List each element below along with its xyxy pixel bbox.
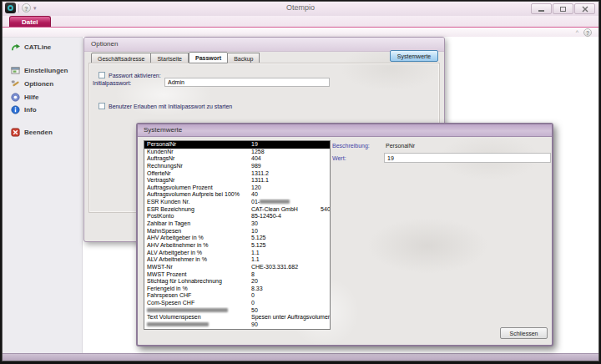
table-row[interactable]: Zahlbar in Tagen30 xyxy=(144,220,330,228)
passwort-aktivieren-label: Passwort aktivieren: xyxy=(109,73,161,78)
catline-arrows-icon xyxy=(11,43,20,52)
table-row[interactable]: ALV Arbeitgeber in %1.1 xyxy=(144,250,330,257)
table-row[interactable]: 50 xyxy=(144,307,330,315)
initialpasswort-input[interactable] xyxy=(164,78,330,87)
main-window: ? ▾ Otempio Datei ^ ? xyxy=(2,1,599,361)
ribbon-tab-strip: Datei xyxy=(3,16,598,27)
table-row[interactable]: Feriengeld in %8.33 xyxy=(144,286,330,293)
minimize-icon xyxy=(538,10,544,12)
ribbon-help-icon[interactable]: ? xyxy=(583,28,592,37)
info-circle-icon xyxy=(11,105,20,114)
table-row[interactable]: Auftragsvolumen Prozent120 xyxy=(144,185,330,192)
passwort-aktivieren-checkbox[interactable] xyxy=(98,72,105,78)
help-lifebuoy-icon xyxy=(11,93,20,102)
maximize-icon xyxy=(560,7,566,12)
tools-icon xyxy=(11,79,20,88)
systemwerte-table: PersonalNr19KundenNr1258AuftragsNr404Rec… xyxy=(144,140,331,330)
table-row[interactable]: Auftragsvolumen Aufpreis bei 100%40 xyxy=(144,191,330,199)
table-row[interactable]: KundenNr1258 xyxy=(144,149,330,156)
sidebar-item-label: Optionen xyxy=(24,80,53,88)
optionen-tabs: Geschäftsadresse Startseite Passwort Bac… xyxy=(91,52,260,63)
sidebar-item-label: CATLine xyxy=(24,43,51,51)
table-row[interactable]: Com-Spesen CHF0 xyxy=(144,300,330,307)
systemwerte-button[interactable]: Systemwerte xyxy=(390,50,438,62)
close-button[interactable] xyxy=(574,3,595,14)
sidebar-item-label: Einstellungen xyxy=(24,67,68,74)
redacted-label xyxy=(147,308,228,312)
wert-label: Wert: xyxy=(332,155,346,161)
table-row[interactable]: ALV Arbeitnehmer in %1.1 xyxy=(144,256,330,264)
tab-passwort[interactable]: Passwort xyxy=(189,52,228,63)
settings-window-icon xyxy=(11,66,20,75)
table-row[interactable]: Stichtag für Lohnabrechnung20 xyxy=(144,278,330,286)
table-row[interactable]: Text VolumenspesenSpesen unter Auftragsv… xyxy=(144,314,330,321)
redacted-label xyxy=(147,322,209,326)
minimize-button[interactable] xyxy=(531,3,552,14)
table-row[interactable]: VertragsNr1311.1 xyxy=(144,177,330,185)
sidebar-item-info[interactable]: Info xyxy=(11,105,37,114)
table-row[interactable]: ESR Kunden Nr.01- xyxy=(144,199,330,206)
systemwerte-dialog: Systemwerte PersonalNr19KundenNr1258Auft… xyxy=(136,123,553,346)
table-row[interactable]: MahnSpesen10 xyxy=(144,228,330,235)
table-row[interactable]: MWST-NrCHE-303.331.682 xyxy=(144,264,330,271)
table-row[interactable]: AHV Arbeitnehmer in %5.125 xyxy=(144,242,330,250)
sidebar-item-label: Info xyxy=(24,106,37,114)
table-row[interactable]: PostKonto85-12450-4 xyxy=(144,213,330,220)
ribbon-tab-datei[interactable]: Datei xyxy=(9,16,51,27)
sidebar-item-beenden[interactable]: Beenden xyxy=(11,128,53,137)
schliessen-button[interactable]: Schliessen xyxy=(500,327,548,339)
table-row[interactable]: RechnungsNr989 xyxy=(144,163,330,170)
close-icon xyxy=(582,6,588,13)
table-row[interactable]: Fahrspesen CHF0 xyxy=(144,292,330,300)
table-row[interactable]: AHV Arbeitgeber in %5.125 xyxy=(144,235,330,242)
sidebar-item-einstellungen[interactable]: Einstellungen xyxy=(11,66,68,75)
maximize-button[interactable] xyxy=(553,3,573,14)
sidebar-item-label: Beenden xyxy=(24,129,53,136)
title-bar: ? ▾ Otempio xyxy=(3,2,598,17)
benutzer-erlauben-checkbox[interactable] xyxy=(98,103,105,109)
table-row[interactable]: ESR BezeichnungCAT-Clean GmbH 5405 L xyxy=(144,206,330,214)
table-row[interactable]: MWST Prozent8 xyxy=(144,271,330,279)
table-row[interactable]: OfferteNr1311.2 xyxy=(144,170,330,178)
passwort-aktivieren-row: Passwort aktivieren: xyxy=(98,72,161,78)
sidebar: CATLine Einstellungen Optionen xyxy=(3,37,83,354)
systemwerte-dialog-title: Systemwerte xyxy=(138,124,552,137)
sidebar-item-catline[interactable]: CATLine xyxy=(11,43,51,52)
window-title: Otempio xyxy=(3,3,598,12)
benutzer-erlauben-label: Benutzer Erlauben mit Initialpasswort zu… xyxy=(109,104,232,109)
status-bar xyxy=(3,353,598,361)
table-row[interactable]: AuftragsNr404 xyxy=(144,155,330,163)
exit-red-x-icon xyxy=(11,128,20,137)
sidebar-item-hilfe[interactable]: Hilfe xyxy=(11,93,38,102)
initialpasswort-label: Initialpasswort: xyxy=(93,80,131,86)
wert-input[interactable] xyxy=(384,153,551,163)
redacted-value xyxy=(260,200,290,204)
table-row[interactable]: 90 xyxy=(144,321,330,329)
table-row[interactable]: PersonalNr19 xyxy=(144,141,330,149)
beschreibung-label: Beschreibung: xyxy=(332,143,370,149)
sidebar-item-label: Hilfe xyxy=(24,94,38,101)
ribbon-collapse-icon[interactable]: ^ xyxy=(576,29,578,35)
benutzer-erlauben-row: Benutzer Erlauben mit Initialpasswort zu… xyxy=(98,103,232,109)
sidebar-item-optionen[interactable]: Optionen xyxy=(11,79,53,88)
beschreibung-value: PersonalNr xyxy=(386,143,415,149)
